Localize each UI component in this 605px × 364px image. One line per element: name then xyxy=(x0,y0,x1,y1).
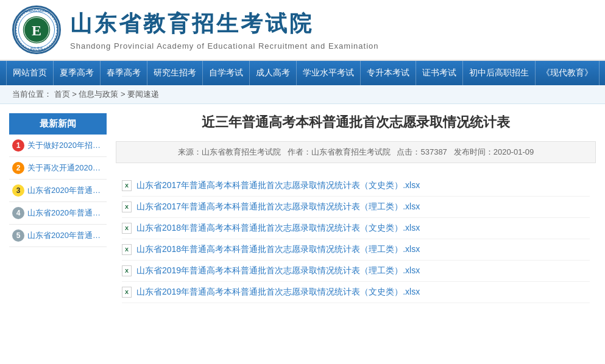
breadcrumb-label: 当前位置： xyxy=(12,89,52,99)
logo-icon: E Educational Admission 招生考试 xyxy=(12,5,61,54)
nav-item-postgrad[interactable]: 研究生招考 xyxy=(147,61,203,85)
article-meta: 来源：山东省教育招生考试院 作者：山东省教育招生考试院 点击：537387 发布… xyxy=(116,141,596,163)
sidebar-item-4[interactable]: 4 山东省2020年普通高等... xyxy=(9,202,107,225)
sidebar-num-5: 5 xyxy=(12,229,24,242)
meta-views: 点击：537387 xyxy=(397,147,447,156)
file-item-3: X 山东省2018年普通高考本科普通批首次志愿录取情况统计表（理工类）.xlsx xyxy=(122,239,590,261)
nav-item-modern[interactable]: 《现代教育》 xyxy=(536,61,600,85)
nav-item-vocational[interactable]: 初中后高职招生 xyxy=(463,61,536,85)
sidebar-item-3[interactable]: 3 山东省2020年普通高校... xyxy=(9,180,107,202)
meta-source: 来源：山东省教育招生考试院 xyxy=(178,147,281,156)
file-icon-2: X xyxy=(122,223,132,234)
nav-item-academic[interactable]: 学业水平考试 xyxy=(297,61,361,85)
article-title: 近三年普通高考本科普通批首次志愿录取情况统计表 xyxy=(116,113,596,132)
sidebar-item-1[interactable]: 1 关于做好2020年招收定... xyxy=(9,135,107,157)
sidebar-text-1: 关于做好2020年招收定... xyxy=(27,140,104,151)
main-layout: 最新新闻 1 关于做好2020年招收定... 2 关于再次开通2020年上...… xyxy=(0,104,605,312)
nav-item-adult[interactable]: 成人高考 xyxy=(250,61,297,85)
sidebar-num-3: 3 xyxy=(12,184,24,197)
nav-item-home[interactable]: 网站首页 xyxy=(6,61,54,85)
svg-text:招生考试: 招生考试 xyxy=(30,46,43,50)
nav-item-self[interactable]: 自学考试 xyxy=(203,61,250,85)
file-icon-1: X xyxy=(122,201,132,212)
sidebar-num-1: 1 xyxy=(12,139,24,152)
nav-item-spring[interactable]: 春季高考 xyxy=(101,61,147,85)
meta-date: 发布时间：2020-01-09 xyxy=(454,147,534,156)
logo-area: E Educational Admission 招生考试 山东省教育招生考试院 … xyxy=(12,5,378,54)
sidebar-text-5: 山东省2020年普通高等... xyxy=(27,230,104,241)
header-text: 山东省教育招生考试院 Shandong Provincial Academy o… xyxy=(70,9,378,51)
nav-item-summer[interactable]: 夏季高考 xyxy=(54,61,101,85)
file-link-1[interactable]: 山东省2017年普通高考本科普通批首次志愿录取情况统计表（理工类）.xlsx xyxy=(136,201,420,212)
file-item-2: X 山东省2018年普通高考本科普通批首次志愿录取情况统计表（文史类）.xlsx xyxy=(122,218,590,239)
sidebar: 最新新闻 1 关于做好2020年招收定... 2 关于再次开通2020年上...… xyxy=(9,113,107,303)
sidebar-num-2: 2 xyxy=(12,162,24,174)
file-link-5[interactable]: 山东省2019年普通高考本科普通批首次志愿录取情况统计表（文史类）.xlsx xyxy=(136,287,420,298)
file-icon-0: X xyxy=(122,180,132,191)
file-item-0: X 山东省2017年普通高考本科普通批首次志愿录取情况统计表（文史类）.xlsx xyxy=(122,175,590,197)
sidebar-text-3: 山东省2020年普通高校... xyxy=(27,185,104,196)
sidebar-item-2[interactable]: 2 关于再次开通2020年上... xyxy=(9,157,107,180)
sidebar-text-2: 关于再次开通2020年上... xyxy=(27,163,104,173)
nav-item-upgrade[interactable]: 专升本考试 xyxy=(361,61,416,85)
breadcrumb: 当前位置： 首页 > 信息与政策 > 要闻速递 xyxy=(0,85,605,104)
site-title-en: Shandong Provincial Academy of Education… xyxy=(70,41,378,51)
file-link-2[interactable]: 山东省2018年普通高考本科普通批首次志愿录取情况统计表（文史类）.xlsx xyxy=(136,223,420,234)
meta-author: 作者：山东省教育招生考试院 xyxy=(288,147,391,156)
header: E Educational Admission 招生考试 山东省教育招生考试院 … xyxy=(0,0,605,61)
file-item-4: X 山东省2019年普通高考本科普通批首次志愿录取情况统计表（理工类）.xlsx xyxy=(122,261,590,282)
file-item-5: X 山东省2019年普通高考本科普通批首次志愿录取情况统计表（文史类）.xlsx xyxy=(122,282,590,303)
site-title-cn: 山东省教育招生考试院 xyxy=(70,9,378,39)
file-icon-3: X xyxy=(122,244,132,255)
nav-bar: 网站首页 夏季高考 春季高考 研究生招考 自学考试 成人高考 学业水平考试 专升… xyxy=(0,61,605,85)
svg-text:Educational Admission: Educational Admission xyxy=(23,10,51,13)
file-icon-5: X xyxy=(122,287,132,298)
sidebar-text-4: 山东省2020年普通高等... xyxy=(27,208,104,219)
file-link-3[interactable]: 山东省2018年普通高考本科普通批首次志愿录取情况统计表（理工类）.xlsx xyxy=(136,244,420,255)
svg-text:E: E xyxy=(32,23,41,38)
sidebar-num-4: 4 xyxy=(12,207,24,219)
breadcrumb-path: 首页 > 信息与政策 > 要闻速递 xyxy=(54,89,160,99)
file-link-0[interactable]: 山东省2017年普通高考本科普通批首次志愿录取情况统计表（文史类）.xlsx xyxy=(136,180,420,191)
file-icon-4: X xyxy=(122,265,132,276)
sidebar-item-5[interactable]: 5 山东省2020年普通高等... xyxy=(9,225,107,247)
file-link-4[interactable]: 山东省2019年普通高考本科普通批首次志愿录取情况统计表（理工类）.xlsx xyxy=(136,265,420,276)
sidebar-title: 最新新闻 xyxy=(9,113,107,135)
nav-item-cert[interactable]: 证书考试 xyxy=(416,61,463,85)
nav-inner: 网站首页 夏季高考 春季高考 研究生招考 自学考试 成人高考 学业水平考试 专升… xyxy=(0,61,605,85)
file-item-1: X 山东省2017年普通高考本科普通批首次志愿录取情况统计表（理工类）.xlsx xyxy=(122,197,590,218)
content-area: 近三年普通高考本科普通批首次志愿录取情况统计表 来源：山东省教育招生考试院 作者… xyxy=(116,113,596,303)
file-list: X 山东省2017年普通高考本科普通批首次志愿录取情况统计表（文史类）.xlsx… xyxy=(116,175,596,303)
